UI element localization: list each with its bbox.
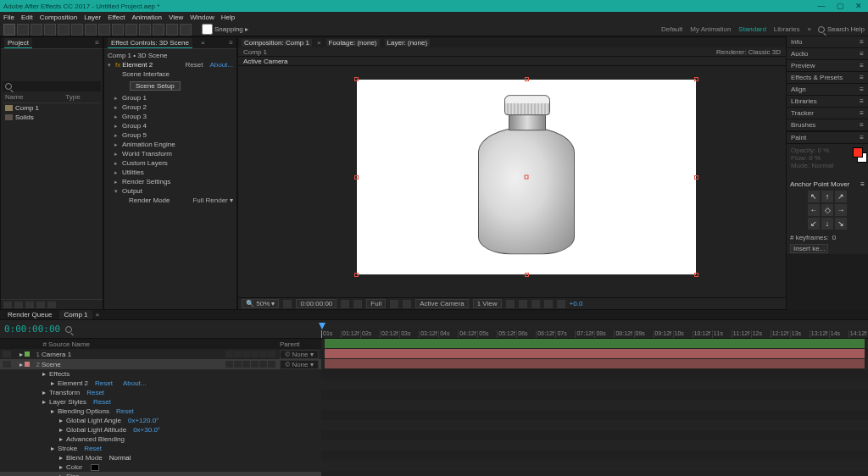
grid-icon[interactable]	[283, 300, 292, 308]
tab-project[interactable]: Project	[4, 38, 32, 48]
label-color[interactable]	[25, 351, 30, 357]
ruler-tick[interactable]: 10:12f	[693, 330, 712, 338]
panel-menu-icon[interactable]: ≡	[860, 97, 864, 105]
fx-name[interactable]: Element 2	[122, 61, 153, 69]
menu-file[interactable]: File	[3, 14, 14, 21]
layer-property[interactable]: ▸Blend ModeNormal	[0, 453, 321, 462]
timeline-tracks[interactable]	[321, 339, 868, 476]
arrow-n-icon[interactable]: ↑	[821, 191, 833, 202]
panel-menu-icon[interactable]: ≡	[860, 38, 864, 46]
panel-menu-icon[interactable]: ≡	[860, 121, 864, 129]
close-button[interactable]: ✕	[853, 2, 865, 10]
fx-row[interactable]: ▸Group 3	[108, 112, 233, 121]
layer-row[interactable]: ▸1Camera 1© None ▾	[0, 349, 321, 359]
fx-reset[interactable]: Reset	[186, 61, 203, 69]
handle-ml[interactable]	[354, 175, 359, 180]
comp-flowchart-icon[interactable]	[544, 300, 553, 308]
handle-bc[interactable]	[525, 273, 529, 277]
roto-tool-icon[interactable]	[166, 24, 178, 36]
handle-tr[interactable]	[694, 77, 698, 81]
ruler-tick[interactable]: 01:12f	[341, 330, 360, 338]
project-item[interactable]: Comp 1	[3, 103, 101, 113]
foreground-swatch[interactable]	[853, 147, 863, 158]
ruler-tick[interactable]: 09s	[634, 330, 654, 338]
color-swatch[interactable]	[91, 464, 99, 471]
ruler-tick[interactable]: 04s	[438, 330, 458, 338]
composition-viewer[interactable]	[238, 66, 786, 297]
resolution-dropdown[interactable]: Full	[366, 299, 386, 308]
pixel-aspect-icon[interactable]	[506, 300, 515, 308]
selection-tool-icon[interactable]	[3, 24, 15, 36]
panel-menu-icon[interactable]: ≡	[860, 180, 865, 188]
project-item[interactable]: Solids	[3, 113, 101, 122]
fx-row[interactable]: Scene Interface	[108, 69, 233, 79]
transparency-icon[interactable]	[403, 300, 411, 308]
label-color[interactable]	[25, 362, 30, 367]
fx-row[interactable]: ▸Group 4	[108, 121, 233, 130]
ruler-tick[interactable]: 02s	[360, 330, 380, 338]
menu-view[interactable]: View	[169, 14, 183, 21]
timeline-search-icon[interactable]	[65, 326, 72, 333]
panel-menu-icon[interactable]: ≡	[860, 50, 864, 58]
camera-dropdown[interactable]: Active Camera	[415, 299, 468, 308]
viewer-tab[interactable]: Footage: (none)	[326, 39, 380, 47]
magnification-dropdown[interactable]: 🔍 50% ▾	[242, 299, 279, 308]
menu-edit[interactable]: Edit	[21, 14, 33, 21]
panel-align[interactable]: Align≡	[787, 84, 868, 96]
ruler-tick[interactable]: 11:12f	[732, 330, 751, 338]
handle-br[interactable]	[694, 273, 698, 277]
ruler-tick[interactable]: 07:12f	[575, 330, 594, 338]
layer-property[interactable]: ▸TransformReset	[0, 388, 321, 397]
layer-property[interactable]: ▸Element 2ResetAbout...	[0, 379, 321, 388]
timeline-timecode[interactable]: 0:00:00:00	[4, 324, 60, 335]
fast-preview-icon[interactable]	[519, 300, 527, 308]
ruler-tick[interactable]: 06:12f	[536, 330, 555, 338]
panel-menu-icon[interactable]: ≡	[860, 109, 864, 117]
exposure-value[interactable]: +0.0	[570, 300, 583, 307]
delete-icon[interactable]	[47, 302, 56, 308]
views-dropdown[interactable]: 1 View	[473, 299, 502, 308]
pen-tool-icon[interactable]	[98, 24, 110, 36]
timeline-icon[interactable]	[531, 300, 540, 308]
fx-row[interactable]: ▸Animation Engine	[108, 140, 233, 149]
handle-tc[interactable]	[525, 77, 529, 81]
ruler-tick[interactable]: 01s	[321, 330, 341, 338]
ruler-tick[interactable]: 03s	[399, 330, 419, 338]
workspace-overflow-icon[interactable]: »	[808, 25, 811, 33]
fx-row[interactable]: ▾Output	[108, 186, 233, 196]
panel-menu-icon[interactable]: ≡	[229, 39, 233, 47]
menu-window[interactable]: Window	[190, 14, 214, 21]
search-help[interactable]: Search Help	[827, 25, 865, 33]
arrow-w-icon[interactable]: ←	[808, 204, 820, 216]
ruler-tick[interactable]: 14:12f	[849, 330, 868, 338]
handle-bl[interactable]	[354, 273, 359, 277]
tab-effect-controls[interactable]: Effect Controls: 3D Scene	[108, 38, 192, 48]
anchor-point-icon[interactable]	[525, 175, 529, 180]
bpc-icon[interactable]	[36, 302, 45, 308]
panel-paint[interactable]: Paint	[791, 134, 860, 141]
timeline-tab[interactable]: Render Queue	[3, 310, 56, 319]
layer-property[interactable]: ▸Color	[0, 462, 321, 472]
workspace-standard[interactable]: Standard	[738, 25, 765, 33]
workspace-my-animation[interactable]: My Animation	[690, 25, 731, 33]
comp-breadcrumb[interactable]: Comp 1	[243, 48, 267, 56]
layer-bar-camera[interactable]	[325, 339, 865, 348]
ruler-tick[interactable]: 02:12f	[380, 330, 399, 338]
ruler-tick[interactable]: 13s	[790, 330, 810, 338]
ruler-tick[interactable]: 10s	[673, 330, 693, 338]
fx-about[interactable]: About...	[209, 61, 233, 69]
ruler-tick[interactable]: 07s	[555, 330, 575, 338]
panel-menu-icon[interactable]: ≡	[860, 74, 864, 81]
interpret-footage-icon[interactable]	[3, 302, 12, 308]
type-tool-icon[interactable]	[112, 24, 124, 36]
fx-row[interactable]: ▸Render Settings	[108, 177, 233, 186]
eraser-tool-icon[interactable]	[153, 24, 164, 36]
layer-property[interactable]: ▸Advanced Blending	[0, 434, 321, 444]
fx-row[interactable]: ▸Group 2	[108, 102, 233, 112]
rotate-tool-icon[interactable]	[44, 24, 56, 36]
viewer-tab[interactable]: Layer: (none)	[385, 39, 431, 47]
ruler-tick[interactable]: 08:12f	[614, 330, 633, 338]
canvas[interactable]	[357, 80, 696, 274]
ruler-tick[interactable]: 08s	[594, 330, 614, 338]
parent-dropdown[interactable]: © None ▾	[280, 350, 319, 359]
